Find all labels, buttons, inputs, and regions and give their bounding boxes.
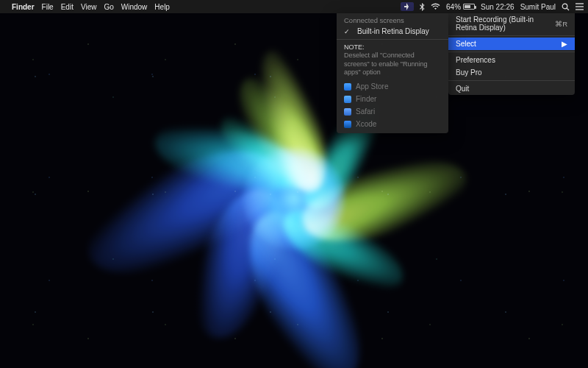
appstore-icon xyxy=(344,83,351,91)
menu-item-quit[interactable]: Quit xyxy=(448,82,575,95)
running-app-finder: Finder xyxy=(337,93,448,105)
menu-go[interactable]: Go xyxy=(104,3,113,11)
menu-item-preferences[interactable]: Preferences xyxy=(448,54,575,66)
submenu-note: NOTE: Deselect all "Connected screens" t… xyxy=(337,41,448,80)
menu-bar-left: Finder File Edit View Go Window Help xyxy=(4,3,170,11)
select-submenu: Connected screens Built-in Retina Displa… xyxy=(337,13,448,133)
submenu-header-screens: Connected screens xyxy=(337,13,448,25)
running-app-safari: Safari xyxy=(337,105,448,118)
menu-item-shortcut: ⌘R xyxy=(555,20,567,28)
screen-option-builtin[interactable]: Built-in Retina Display xyxy=(337,25,448,38)
menu-bar-right: 64% Sun 22:26 Sumit Paul xyxy=(401,2,584,11)
user-name[interactable]: Sumit Paul xyxy=(520,3,556,11)
menu-item-buy-pro[interactable]: Buy Pro xyxy=(448,66,575,79)
menu-separator xyxy=(448,52,575,52)
menu-item-select[interactable]: Select ▶ xyxy=(448,38,575,50)
recorder-app-menu: Start Recording (Built-in Retina Display… xyxy=(448,13,575,95)
notification-center-icon[interactable] xyxy=(576,3,584,10)
running-app-label: Xcode xyxy=(356,120,376,128)
menu-bar: Finder File Edit View Go Window Help 64%… xyxy=(0,0,588,13)
note-title: NOTE: xyxy=(344,43,441,52)
running-app-appstore: App Store xyxy=(337,80,448,93)
menu-window[interactable]: Window xyxy=(121,3,148,11)
spotlight-icon[interactable] xyxy=(562,3,570,11)
running-app-xcode: Xcode xyxy=(337,118,448,130)
svg-point-1 xyxy=(562,4,567,9)
safari-icon xyxy=(344,108,351,116)
running-app-label: Finder xyxy=(356,95,376,103)
menu-item-label: Preferences xyxy=(456,56,495,64)
menu-edit[interactable]: Edit xyxy=(61,3,74,11)
menu-separator xyxy=(337,39,448,40)
note-body: Deselect all "Connected screens" to enab… xyxy=(344,52,441,77)
battery-percent: 64% xyxy=(446,3,461,11)
menu-item-label: Start Recording (Built-in Retina Display… xyxy=(456,15,551,32)
menu-separator xyxy=(448,80,575,81)
menu-item-label: Buy Pro xyxy=(456,68,482,77)
menu-help[interactable]: Help xyxy=(154,3,170,11)
running-app-label: App Store xyxy=(356,82,388,91)
battery-status[interactable]: 64% xyxy=(446,3,475,11)
recorder-menu-extra-icon[interactable] xyxy=(401,2,414,11)
menu-separator xyxy=(448,35,575,36)
menu-view[interactable]: View xyxy=(81,3,97,11)
active-app-name[interactable]: Finder xyxy=(12,3,35,11)
submenu-arrow-icon: ▶ xyxy=(562,40,567,48)
xcode-icon xyxy=(344,121,351,128)
menu-file[interactable]: File xyxy=(42,3,54,11)
clock[interactable]: Sun 22:26 xyxy=(481,3,514,11)
finder-icon xyxy=(344,96,351,103)
menu-item-label: Select xyxy=(456,40,476,48)
wifi-icon[interactable] xyxy=(431,3,440,10)
svg-marker-0 xyxy=(404,3,409,10)
battery-icon xyxy=(463,4,475,10)
svg-line-2 xyxy=(567,8,569,10)
running-app-label: Safari xyxy=(356,107,375,116)
menu-item-label: Quit xyxy=(456,85,469,93)
bluetooth-icon[interactable] xyxy=(420,3,425,11)
screen-option-label: Built-in Retina Display xyxy=(357,27,429,35)
menu-item-start-recording[interactable]: Start Recording (Built-in Retina Display… xyxy=(448,13,575,34)
